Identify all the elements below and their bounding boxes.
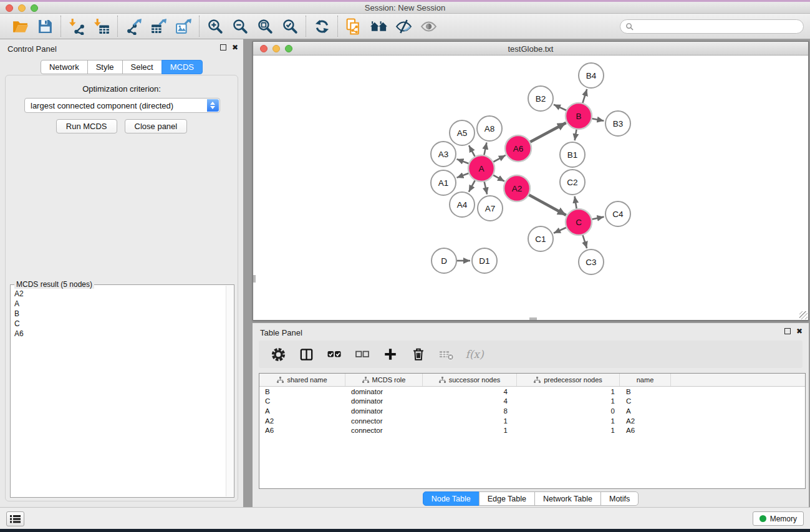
tab-node-table[interactable]: Node Table xyxy=(423,491,480,506)
table-cell[interactable]: B xyxy=(259,387,345,397)
column-header-shared-name[interactable]: shared name xyxy=(259,374,345,386)
result-item[interactable]: A2 xyxy=(14,289,230,299)
table-cell[interactable]: 1 xyxy=(517,397,620,407)
close-table-panel-icon[interactable]: ✖ xyxy=(796,328,803,334)
select-all-icon[interactable] xyxy=(325,345,344,364)
table-row[interactable]: Bdominator41B xyxy=(259,387,805,397)
graph-edge[interactable] xyxy=(469,180,475,192)
tab-mcds[interactable]: MCDS xyxy=(162,60,203,74)
graph-edge[interactable] xyxy=(582,89,587,104)
table-settings-icon[interactable] xyxy=(269,345,287,364)
table-cell[interactable]: C xyxy=(259,397,345,407)
table-cell[interactable]: dominator xyxy=(345,397,423,407)
import-network-icon[interactable] xyxy=(64,15,89,37)
toggle-columns-icon[interactable] xyxy=(297,345,316,364)
graph-edge[interactable] xyxy=(530,123,566,142)
graph-edge[interactable] xyxy=(457,173,470,177)
table-cell[interactable]: 4 xyxy=(423,397,517,407)
export-network-icon[interactable] xyxy=(121,15,146,37)
table-cell[interactable]: C xyxy=(620,397,671,407)
table-row[interactable]: A2connector11A2 xyxy=(259,416,805,426)
memory-button[interactable]: Memory xyxy=(753,511,804,526)
table-cell[interactable]: connector xyxy=(345,416,423,426)
graph-edge[interactable] xyxy=(592,217,604,220)
zoom-fit-icon[interactable] xyxy=(253,15,277,37)
graph-edge[interactable] xyxy=(592,118,604,121)
table-row[interactable]: A6connector11A6 xyxy=(259,425,805,435)
window-resize-grip[interactable] xyxy=(799,311,808,319)
close-panel-icon[interactable]: ✖ xyxy=(232,44,238,51)
result-scrollbar[interactable] xyxy=(226,286,233,496)
table-cell[interactable]: 0 xyxy=(517,406,620,416)
close-panel-button[interactable]: Close panel xyxy=(125,119,188,133)
import-table-icon[interactable] xyxy=(89,15,114,37)
result-item[interactable]: C xyxy=(14,319,230,329)
zoom-out-icon[interactable] xyxy=(228,15,253,37)
column-header-successor-nodes[interactable]: successor nodes xyxy=(423,374,517,386)
graph-edge[interactable] xyxy=(575,196,577,210)
graph-edge[interactable] xyxy=(582,235,587,248)
table-cell[interactable]: 1 xyxy=(517,387,620,397)
graph-edge[interactable] xyxy=(457,159,470,163)
table-cell[interactable]: 1 xyxy=(517,425,620,435)
hide-annotations-icon[interactable] xyxy=(391,15,416,37)
table-cell[interactable]: A xyxy=(259,406,345,416)
export-image-icon[interactable] xyxy=(171,15,196,37)
float-table-panel-icon[interactable] xyxy=(784,328,791,334)
column-header-name[interactable]: name xyxy=(620,374,671,386)
table-row[interactable]: Adominator80A xyxy=(259,406,805,416)
table-cell[interactable]: A2 xyxy=(259,416,345,426)
unselect-all-icon[interactable] xyxy=(353,345,372,364)
table-cell[interactable]: 8 xyxy=(423,406,517,416)
graph-edge[interactable] xyxy=(493,175,504,181)
save-session-icon[interactable] xyxy=(32,15,57,37)
network-window-titlebar[interactable]: testGlobe.txt xyxy=(253,42,808,56)
copy-network-icon[interactable] xyxy=(341,15,366,37)
float-panel-icon[interactable] xyxy=(220,44,226,51)
table-cell[interactable]: connector xyxy=(345,425,423,435)
search-input[interactable] xyxy=(634,21,803,32)
column-header-mcds-role[interactable]: MCDS role xyxy=(345,374,423,386)
function-builder-icon[interactable]: f(x) xyxy=(465,345,484,364)
table-cell[interactable]: 1 xyxy=(517,416,620,426)
zoom-in-icon[interactable] xyxy=(203,15,228,37)
tab-network[interactable]: Network xyxy=(41,60,88,74)
result-item[interactable]: A6 xyxy=(14,329,230,339)
graph-edge[interactable] xyxy=(528,195,566,215)
graph-edge[interactable] xyxy=(575,129,577,141)
add-column-icon[interactable] xyxy=(381,345,400,364)
table-cell[interactable]: dominator xyxy=(345,406,423,416)
tab-motifs[interactable]: Motifs xyxy=(600,491,639,506)
table-cell[interactable]: 4 xyxy=(423,387,517,397)
optimization-criterion-select[interactable]: largest connected component (directed) xyxy=(24,98,220,113)
canvas-vscroll-thumb[interactable] xyxy=(253,275,256,283)
graph-edge[interactable] xyxy=(469,145,475,157)
table-cell[interactable]: 1 xyxy=(423,425,517,435)
graph-edge[interactable] xyxy=(554,105,567,111)
tab-select[interactable]: Select xyxy=(122,60,162,74)
result-item[interactable]: B xyxy=(14,309,230,319)
show-annotations-icon[interactable] xyxy=(416,15,441,37)
delete-table-icon[interactable] xyxy=(437,345,456,364)
table-cell[interactable]: A xyxy=(620,406,671,416)
table-cell[interactable]: A6 xyxy=(620,425,671,435)
network-canvas[interactable]: AA1A2A3A4A5A6A7A8BB1B2B3B4CC1C2C3C4DD1 xyxy=(253,56,808,320)
tab-style[interactable]: Style xyxy=(87,60,123,74)
tab-network-table[interactable]: Network Table xyxy=(534,491,601,506)
column-header-predecessor-nodes[interactable]: predecessor nodes xyxy=(517,374,620,386)
graph-edge[interactable] xyxy=(484,143,486,156)
table-cell[interactable]: 1 xyxy=(423,416,517,426)
delete-column-icon[interactable] xyxy=(409,345,428,364)
graph-edge[interactable] xyxy=(554,227,567,233)
result-item[interactable]: A xyxy=(14,299,230,309)
graph-edge[interactable] xyxy=(484,181,487,195)
export-table-icon[interactable] xyxy=(146,15,171,37)
refresh-view-icon[interactable] xyxy=(309,15,334,37)
run-mcds-button[interactable]: Run MCDS xyxy=(56,119,117,133)
app-titlebar[interactable]: Session: New Session xyxy=(0,0,810,14)
home-view-icon[interactable] xyxy=(366,15,391,37)
tab-edge-table[interactable]: Edge Table xyxy=(479,491,535,506)
table-row[interactable]: Cdominator41C xyxy=(259,397,805,407)
graph-edge[interactable] xyxy=(493,155,505,162)
zoom-selected-icon[interactable] xyxy=(277,15,302,37)
